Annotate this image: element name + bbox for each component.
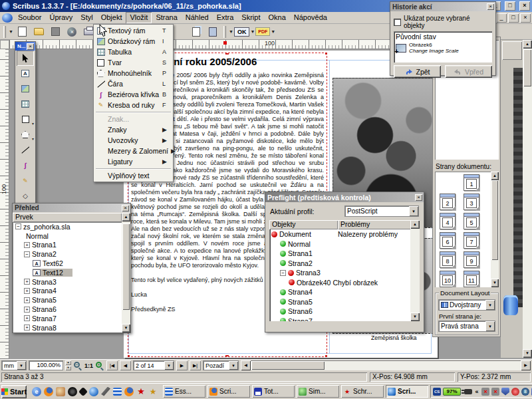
scroll-up-icon[interactable]: ▲ [523,40,532,49]
first-page-select[interactable]: Pravá strana ▼ [438,321,495,332]
pages-scrollbar[interactable]: ▲ ▼ [491,172,499,287]
menu-n-pov-da[interactable]: Nápověda [290,12,331,23]
menu-soubor[interactable]: Soubor [14,12,45,23]
collapse-icon[interactable]: − [24,251,30,257]
menu-item-v-pl-ov-text[interactable]: Výplňový text [94,170,172,181]
menu-objekt[interactable]: Objekt [97,12,126,23]
outline-scrollbar[interactable]: ▼ [122,222,130,332]
trash-icon[interactable] [503,295,518,315]
security-red-icon[interactable] [511,388,519,396]
expand-icon[interactable]: + [24,325,30,331]
volume-muted-icon[interactable]: × [481,388,489,396]
chevron-down-icon[interactable]: ▼ [485,300,495,310]
preflight-row-normal[interactable]: Normal [269,239,420,249]
menu-item-bezi-rova-k-ivka[interactable]: ∫Beziérova křivkaB [94,89,172,100]
frame-handle[interactable] [128,355,130,357]
menu-item-znaky[interactable]: Znaky▶ [94,124,172,135]
expand-icon[interactable]: + [24,297,30,303]
unit-select[interactable]: mm▼ [1,360,27,370]
first-page-button[interactable]: |◀ [106,360,118,370]
last-page-button[interactable]: ▶| [190,360,201,370]
task-button-scri[interactable]: Scri... [386,385,428,398]
layout-select[interactable]: Dvojstrany ▼ [438,299,495,311]
task-button-tot[interactable]: Tot... [252,385,295,398]
outline-row-normal[interactable]: Normal [13,231,130,241]
page-thumbnail-4[interactable]: 4 [440,213,456,229]
preflight-scrollbar[interactable]: ▲ ▼ [410,220,420,321]
collapse-icon[interactable]: − [15,223,21,229]
pdf-dropdown-icon[interactable]: ▼ [271,29,275,34]
lines-app-icon[interactable] [113,388,122,396]
next-page-button[interactable]: ▶ [176,360,188,370]
zoom-spinner[interactable]: ▲▼ [65,360,71,370]
menu-item-obr-zkov-r-m[interactable]: Obrázkový rámI [94,36,172,47]
zoom-out-icon[interactable]: − [73,361,82,370]
menu-item-kresba-od-ruky[interactable]: ✎Kresba od rukyF [94,100,172,110]
menu-item-uvozovky[interactable]: Uvozovky▶ [94,135,172,146]
frame-handle[interactable] [325,355,327,357]
chevron-down-icon[interactable]: ▼ [164,361,174,370]
messenger-icon[interactable]: × [491,388,499,396]
expand-icon[interactable]: + [24,242,30,248]
outline-row-strana8[interactable]: +Strana8 [13,323,130,332]
profile-select[interactable]: PostScript ▼ [344,205,419,217]
show-selected-checkbox[interactable] [394,19,401,26]
menu-item-ligatury[interactable]: Ligatury▶ [94,156,172,167]
page-thumbnail-7[interactable]: 7 [464,232,479,249]
tools-palette-titlebar[interactable]: N... × [15,42,35,51]
chevron-down-icon[interactable]: ▼ [17,361,26,370]
page-thumbnail-2[interactable]: 2 [440,194,456,210]
history-list[interactable]: Původní stav Obrázek6 Change Image Scale [394,31,492,63]
outline-row-zs-pohorka-sla[interactable]: −zs_pohorka.sla [13,222,130,231]
vertical-ruler[interactable]: 100 [0,49,9,359]
menu-extra[interactable]: Extra [213,12,238,23]
scroll-down-icon[interactable]: ▼ [523,349,532,358]
page-thumbnail-8[interactable]: 8 [440,251,456,268]
expand-icon[interactable]: + [24,307,30,313]
export-pdf-button[interactable]: PDF [255,27,270,36]
frame-handle[interactable] [225,53,229,55]
history-close-icon[interactable]: × [487,3,494,10]
outline-row-text12[interactable]: AText12 [13,268,130,277]
toolbar-grip-2[interactable] [223,26,226,38]
close-document-button[interactable]: × [65,25,80,39]
polygon-tool-button[interactable]: ▾ [17,127,34,142]
rotate-tool-button[interactable]: ◇ [17,188,34,203]
table-tool-button[interactable] [17,96,34,112]
mdi-close-button[interactable]: × [520,13,531,23]
preflight-titlebar[interactable]: Preflight (předtisková kontrola) × [265,192,424,202]
save-document-button[interactable] [48,25,63,39]
outline-row-strana1[interactable]: +Strana1 [13,241,130,250]
toolbar-grip[interactable] [3,26,6,38]
preflight-row-strana6[interactable]: Strana6 [269,307,420,317]
offscreen-palette-button[interactable] [502,41,522,60]
task-button-schr[interactable]: ★Schr... [341,385,384,398]
menu-n-hled[interactable]: Náhled [182,12,213,23]
horizontal-scrollbar[interactable]: ◀ ▶ [241,360,531,370]
paste-button[interactable] [205,25,221,39]
menu-strana[interactable]: Strana [152,12,181,23]
undo-button[interactable]: Zpět [394,65,441,78]
scroll-down-icon[interactable]: ▼ [410,313,420,321]
writer-icon[interactable] [101,387,110,396]
preflight-row-obr-zek40[interactable]: Obrázek40Chybí obrázek [269,278,420,288]
layer-select[interactable]: Pozadí▼ [203,360,239,370]
page-select[interactable]: 2 of 14▼ [133,360,174,370]
maximize-button[interactable]: □ [505,1,515,11]
menu-vlo-it[interactable]: Vložit [126,12,152,23]
preflight-row-strana7[interactable]: Strana7 [269,317,420,322]
scribus-icon[interactable]: ★ [136,387,146,396]
scroll-down-icon[interactable]: ▼ [491,279,499,287]
menu-styl[interactable]: Styl [76,12,96,23]
firefox2-icon[interactable] [124,387,134,396]
copy-button[interactable] [189,25,204,39]
cs-badge[interactable]: CS [433,388,441,396]
battery-indicator[interactable]: 97% [443,388,461,396]
menu-item-tabulka[interactable]: TabulkaA [94,47,172,57]
previous-page-button[interactable]: ◀ [120,360,131,370]
mdi-minimize-button[interactable]: _ [496,13,507,23]
page-thumbnail-1[interactable]: 1 [464,174,479,191]
outline-row-strana6[interactable]: +Strana6 [13,305,130,314]
paint-icon[interactable] [56,387,65,396]
page-thumbnail-10[interactable]: 10 [440,271,456,287]
